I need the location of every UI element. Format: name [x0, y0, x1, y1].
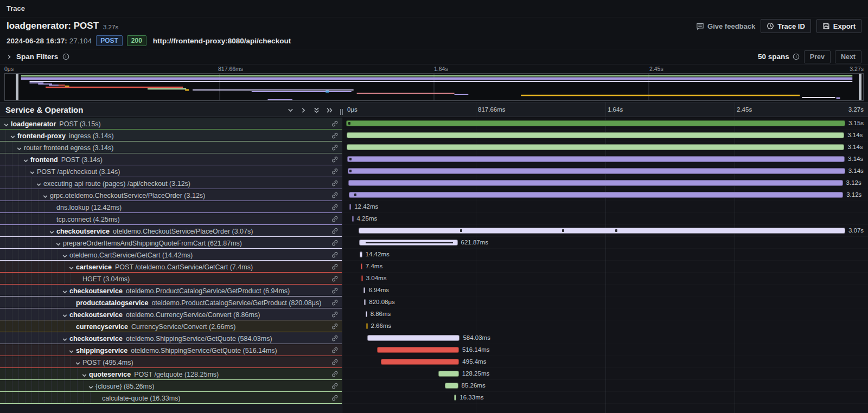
give-feedback-link[interactable]: Give feedback	[696, 22, 755, 30]
span-row[interactable]: checkoutserviceoteldemo.ShippingService/…	[0, 332, 868, 344]
trace-id-button[interactable]: Trace ID	[761, 19, 811, 33]
link-icon[interactable]	[331, 167, 339, 175]
span-bar[interactable]	[381, 359, 459, 365]
chevron-down-icon[interactable]	[42, 192, 48, 198]
link-icon[interactable]	[331, 299, 339, 306]
span-row[interactable]: productcatalogserviceoteldemo.ProductCat…	[0, 296, 868, 308]
span-row[interactable]: currencyserviceCurrencyService/Convert (…	[0, 320, 868, 332]
link-icon[interactable]	[331, 275, 339, 282]
span-row[interactable]: calculate-quote (16.33ms) 16.33ms	[0, 392, 868, 404]
span-row[interactable]: tcp.connect (4.25ms) 4.25ms	[0, 213, 868, 225]
link-icon[interactable]	[331, 179, 339, 187]
link-icon[interactable]	[331, 311, 339, 318]
span-bar[interactable]	[347, 144, 844, 150]
link-icon[interactable]	[331, 263, 339, 270]
chevron-down-icon[interactable]	[68, 347, 74, 353]
chevron-down-icon[interactable]	[23, 156, 29, 162]
span-row[interactable]: oteldemo.CartService/GetCart (14.42ms) 1…	[0, 249, 868, 261]
span-bar[interactable]	[349, 204, 352, 210]
link-icon[interactable]	[331, 132, 339, 139]
link-icon[interactable]	[331, 334, 339, 342]
span-bar[interactable]	[454, 395, 457, 401]
span-row[interactable]: executing api route (pages) /api/checkou…	[0, 177, 868, 189]
span-bar[interactable]	[363, 287, 365, 293]
span-row[interactable]: POST /api/checkout (3.14s) 3.14s	[0, 165, 868, 177]
span-name-cell[interactable]: POST /api/checkout (3.14s)	[0, 165, 342, 177]
minimap-left-handle[interactable]	[16, 74, 18, 100]
span-name-cell[interactable]: oteldemo.CartService/GetCart (14.42ms)	[0, 249, 342, 261]
span-bar[interactable]	[347, 132, 844, 138]
timeline-minimap[interactable]	[4, 73, 864, 101]
span-row[interactable]: frontend-proxyingress (3.14s) 3.14s	[0, 130, 868, 141]
span-bar[interactable]	[438, 371, 458, 377]
span-name-cell[interactable]: frontend-proxyingress (3.14s)	[0, 130, 342, 141]
link-icon[interactable]	[331, 120, 339, 127]
next-button[interactable]: Next	[835, 50, 861, 63]
span-name-cell[interactable]: quoteservicePOST /getquote (128.25ms)	[0, 368, 342, 380]
link-icon[interactable]	[331, 358, 339, 366]
span-bar[interactable]	[359, 240, 458, 246]
collapse-one-icon[interactable]	[286, 106, 295, 114]
span-bar[interactable]	[361, 275, 363, 281]
link-icon[interactable]	[331, 215, 339, 223]
span-name-cell[interactable]: productcatalogserviceoteldemo.ProductCat…	[0, 296, 342, 308]
prev-button[interactable]: Prev	[804, 50, 831, 63]
chevron-down-icon[interactable]	[62, 251, 68, 257]
span-name-cell[interactable]: dns.lookup (12.42ms)	[0, 201, 342, 213]
span-name-cell[interactable]: router frontend egress (3.14s)	[0, 141, 342, 153]
link-icon[interactable]	[331, 287, 339, 294]
chevron-down-icon[interactable]	[16, 144, 22, 150]
span-row[interactable]: frontendPOST (3.14s) 3.14s	[0, 153, 868, 165]
chevron-down-icon[interactable]	[3, 120, 9, 126]
span-row[interactable]: {closure} (85.26ms) 85.26ms	[0, 380, 868, 392]
span-bar[interactable]	[348, 168, 845, 174]
span-row[interactable]: checkoutserviceoteldemo.ProductCatalogSe…	[0, 285, 868, 296]
chevron-down-icon[interactable]	[81, 371, 87, 377]
link-icon[interactable]	[331, 394, 339, 402]
span-row[interactable]: quoteservicePOST /getquote (128.25ms) 12…	[0, 368, 868, 380]
span-name-cell[interactable]: checkoutserviceoteldemo.ShippingService/…	[0, 332, 342, 344]
link-icon[interactable]	[331, 370, 339, 378]
span-name-cell[interactable]: tcp.connect (4.25ms)	[0, 213, 342, 225]
span-bar[interactable]	[359, 228, 845, 234]
span-row[interactable]: grpc.oteldemo.CheckoutService/PlaceOrder…	[0, 189, 868, 201]
span-bar[interactable]	[445, 383, 458, 389]
collapse-all-icon[interactable]	[312, 106, 321, 114]
span-bar[interactable]	[349, 192, 843, 198]
link-icon[interactable]	[331, 191, 339, 199]
minimap-right-handle[interactable]	[859, 74, 861, 100]
span-name-cell[interactable]: executing api route (pages) /api/checkou…	[0, 177, 342, 189]
span-bar[interactable]	[361, 263, 362, 269]
expand-one-icon[interactable]	[299, 106, 308, 114]
span-row[interactable]: shippingserviceoteldemo.ShippingService/…	[0, 344, 868, 356]
span-bar[interactable]	[347, 156, 845, 162]
link-icon[interactable]	[331, 239, 339, 247]
link-icon[interactable]	[331, 322, 339, 330]
span-name-cell[interactable]: currencyserviceCurrencyService/Convert (…	[0, 320, 342, 332]
link-icon[interactable]	[331, 203, 339, 211]
span-name-cell[interactable]: frontendPOST (3.14s)	[0, 153, 342, 165]
chevron-down-icon[interactable]	[88, 383, 94, 389]
chevron-down-icon[interactable]	[55, 240, 61, 246]
link-icon[interactable]	[331, 227, 339, 235]
chevron-down-icon[interactable]	[10, 132, 16, 138]
link-icon[interactable]	[331, 144, 339, 151]
span-name-cell[interactable]: checkoutserviceoteldemo.CurrencyService/…	[0, 308, 342, 320]
span-bar[interactable]	[346, 120, 845, 126]
chevron-down-icon[interactable]	[75, 359, 81, 365]
span-name-cell[interactable]: calculate-quote (16.33ms)	[0, 392, 342, 404]
chevron-down-icon[interactable]	[49, 228, 55, 234]
span-row[interactable]: prepareOrderItemsAndShippingQuoteFromCar…	[0, 237, 868, 249]
link-icon[interactable]	[331, 251, 339, 259]
span-bar[interactable]	[360, 251, 362, 257]
span-name-cell[interactable]: loadgeneratorPOST (3.15s)	[0, 118, 342, 130]
span-name-cell[interactable]: grpc.oteldemo.CheckoutService/PlaceOrder…	[0, 189, 342, 201]
link-icon[interactable]	[331, 346, 339, 354]
span-bar[interactable]	[348, 180, 843, 186]
chevron-down-icon[interactable]	[29, 168, 35, 174]
span-name-cell[interactable]: shippingserviceoteldemo.ShippingService/…	[0, 344, 342, 356]
span-row[interactable]: HGET (3.04ms) 3.04ms	[0, 273, 868, 285]
span-name-cell[interactable]: {closure} (85.26ms)	[0, 380, 342, 392]
span-bar[interactable]	[364, 299, 366, 305]
span-bar[interactable]	[366, 323, 368, 329]
